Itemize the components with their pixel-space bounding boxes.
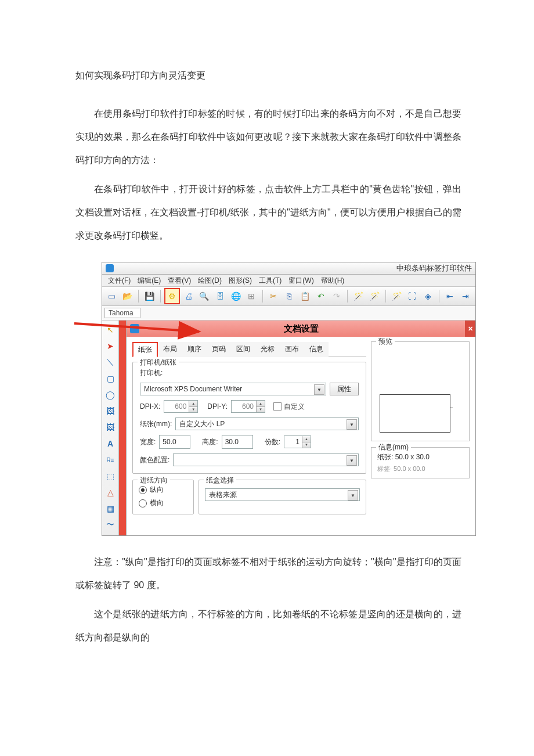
tab-order[interactable]: 顺序 [182,342,207,357]
label-height: 高度: [202,437,218,447]
legend-feed: 进纸方向 [138,476,170,485]
dialog-tabs: 纸张 布局 顺序 页码 区间 光标 画布 信息 [132,341,366,357]
wand-icon-2[interactable]: 🪄 [367,289,381,304]
preview-icon[interactable]: 🔍 [197,289,211,304]
menu-tools[interactable]: 工具(T) [259,276,282,286]
tab-cursor[interactable]: 光标 [255,342,280,357]
fieldset-info: 信息(mm) 纸张: 50.0 x 30.0 标签· 50.0 x 00.0 [371,447,470,478]
chevron-down-icon[interactable]: ▼ [347,419,357,430]
roundrect-icon[interactable]: ▢ [104,373,116,384]
properties-button[interactable]: 属性 [330,383,359,395]
fieldset-tray: 纸盒选择 表格来源 ▼ [199,480,366,514]
save-icon[interactable]: 💾 [142,289,157,304]
tab-section[interactable]: 区间 [231,342,255,357]
copies-spinner[interactable]: 1 ▲▼ [284,435,311,448]
close-icon[interactable]: ✕ [465,321,475,337]
label-color: 颜色配置: [140,455,169,465]
canvas-edge [119,321,126,535]
fieldset-printer-paper: 打印机/纸张 打印机: Microsoft XPS Document Write… [132,362,366,474]
richtext-icon[interactable]: R≡ [104,454,116,466]
tray-select[interactable]: 表格来源 ▼ [205,488,360,501]
pointer-icon[interactable]: ↖ [104,324,116,336]
grid-icon[interactable]: ⊞ [244,289,259,304]
dialog-title-text: 文档设置 [284,323,319,334]
paragraph-1: 在使用条码打印软件打印标签的时候，有的时候打印出来的条码方向不对，不是自己想要实… [75,102,461,172]
wand-icon-1[interactable]: 🪄 [351,289,366,304]
globe-icon[interactable]: 🌐 [229,289,243,304]
qr-icon[interactable]: ▦ [104,503,116,514]
open-icon[interactable]: 📂 [120,289,135,304]
target-icon[interactable]: ◈ [421,289,435,304]
arrow-icon[interactable]: ➤ [104,340,116,352]
undo-icon[interactable]: ↶ [313,289,328,304]
label-printer: 打印机: [140,368,163,378]
radio-portrait[interactable]: 纵向 [139,485,164,495]
radio-landscape[interactable]: 横向 [139,498,164,508]
info-cutoff: 标签· 50.0 x 00.0 [377,465,463,473]
new-doc-icon[interactable]: ▭ [104,289,119,304]
doc-settings-dialog: 文档设置 ✕ 纸张 布局 顺序 页码 区间 光标 [126,321,475,535]
legend-preview: 预览 [376,337,395,347]
app-titlebar: 中琅条码标签打印软件 [102,262,475,275]
tab-page[interactable]: 页码 [207,342,231,357]
tab-paper[interactable]: 纸张 [132,342,158,357]
workspace: ↖ ➤ ＼ ▢ ◯ 🖼 🖼 A R≡ ⬚ △ ▦ 〜 [102,321,475,535]
label-width: 宽度: [140,437,156,447]
dialog-icon [130,324,139,333]
legend-printer: 打印机/纸张 [138,358,179,368]
paste-icon[interactable]: 📋 [298,289,312,304]
redo-icon[interactable]: ↷ [329,289,344,304]
print-icon[interactable]: 🖨 [181,289,196,304]
align-icon-1[interactable]: ⇤ [443,289,457,304]
triangle-icon[interactable]: △ [104,487,116,498]
custom-checkbox[interactable]: 自定义 [273,402,305,412]
label-dpix: DPI-X: [140,402,160,411]
tab-layout[interactable]: 布局 [158,342,182,357]
db-icon[interactable]: 🗄 [213,289,228,304]
legend-info: 信息(mm) [376,442,411,452]
menu-edit[interactable]: 编辑(E) [138,276,161,286]
chevron-down-icon[interactable]: ▼ [347,455,357,466]
cut-icon[interactable]: ✂ [266,289,281,304]
label-dpiy: DPI-Y: [207,402,228,411]
menu-window[interactable]: 窗口(W) [288,276,313,286]
dpiy-spinner[interactable]: 600 ▲▼ [231,400,265,413]
align-icon-2[interactable]: ⇥ [459,289,473,304]
line-icon[interactable]: ＼ [104,357,116,368]
gear-icon[interactable]: ⚙ [164,288,180,304]
chevron-down-icon[interactable]: ▼ [314,384,324,395]
font-row: Tahoma [102,306,475,321]
menubar: 文件(F) 编辑(E) 查看(V) 绘图(D) 图形(S) 工具(T) 窗口(W… [102,275,475,287]
image2-icon[interactable]: 🖼 [104,422,116,433]
color-config-select[interactable]: ▼ [173,453,359,466]
ellipse-icon[interactable]: ◯ [104,389,116,401]
menu-draw[interactable]: 绘图(D) [198,276,222,286]
label-preview-box [380,394,450,433]
menu-view[interactable]: 查看(V) [168,276,191,286]
screenshot: 中琅条码标签打印软件 文件(F) 编辑(E) 查看(V) 绘图(D) 图形(S)… [102,262,476,536]
menu-shape[interactable]: 图形(S) [229,276,252,286]
dpix-spinner[interactable]: 600 ▲▼ [164,400,198,413]
menu-help[interactable]: 帮助(H) [321,276,345,286]
barcode-icon[interactable]: ⬚ [104,470,116,482]
expand-icon[interactable]: ⛶ [405,289,420,304]
text-a-icon[interactable]: A [104,438,116,449]
height-input[interactable] [222,435,253,449]
curve-icon[interactable]: 〜 [104,519,116,531]
width-input[interactable] [159,435,190,449]
copy-icon[interactable]: ⎘ [282,289,297,304]
menu-file[interactable]: 文件(F) [108,276,131,286]
tab-canvas[interactable]: 画布 [280,342,304,357]
paper-select[interactable]: 自定义大小 LP ▼ [175,417,359,430]
paragraph-4: 这个是纸张的进纸方向，不行标签的方向，比如卷纸的不论标签是竖向的还是横向的，进纸… [75,603,461,649]
font-name-input[interactable]: Tahoma [104,308,140,318]
wand-icon-3[interactable]: 🪄 [389,289,403,304]
app-title: 中琅条码标签打印软件 [396,263,472,273]
image-icon[interactable]: 🖼 [104,405,116,417]
chevron-down-icon[interactable]: ▼ [348,490,358,501]
printer-select[interactable]: Microsoft XPS Document Writer ▼ [140,383,326,395]
paragraph-3: 注意："纵向"是指打印的页面或标签不相对于纸张的运动方向旋转；"横向"是指打印的… [75,550,461,597]
fieldset-feed-direction: 进纸方向 纵向 横向 [132,480,194,514]
tab-info[interactable]: 信息 [304,342,329,357]
label-copies: 份数: [265,437,280,447]
